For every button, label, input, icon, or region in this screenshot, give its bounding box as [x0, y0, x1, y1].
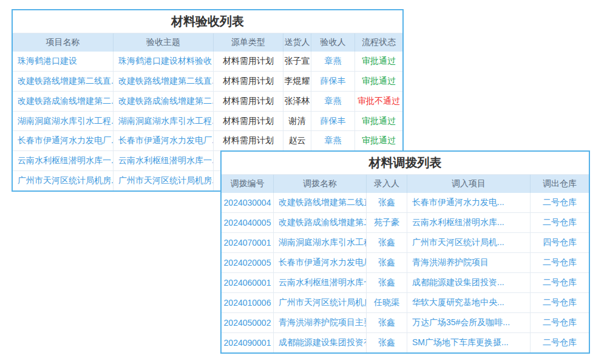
transfer-table-header-row: 调拨编号 调拨名称 录入人 调入项目 调出仓库	[222, 175, 589, 193]
cell-acceptance-subject[interactable]: 改建铁路成渝线增建第二...	[114, 92, 214, 111]
cell-project-name[interactable]: 珠海鹤港口建设	[13, 52, 114, 71]
cell-warehouse-out: 二号仓库	[531, 313, 589, 332]
cell-project-in: 华软大厦研究基地中央...	[407, 293, 531, 312]
col-header-deliverer: 送货人	[283, 33, 311, 52]
cell-project-in: 青海洪湖养护院项目	[407, 253, 531, 272]
cell-warehouse-out: 四号仓库	[531, 233, 589, 252]
cell-transfer-name[interactable]: 青海洪湖养护院项目主要材料...	[274, 313, 367, 332]
table-row[interactable]: 2024010006 广州市天河区统计局机房改造... 任晓渠 华软大厦研究基地…	[222, 292, 589, 312]
table-row[interactable]: 2024090001 成都能源建设集团投资有限公... 张鑫 SM广场地下车库更…	[222, 332, 589, 352]
table-row[interactable]: 2024040005 改建铁路成渝线增建第二直通... 苑子豪 云南水利枢纽潜明…	[222, 212, 589, 232]
table-row[interactable]: 改建铁路成渝线增建第二... 改建铁路成渝线增建第二... 材料需用计划 张泽林…	[13, 91, 402, 111]
table-row[interactable]: 2024020005 长春市伊通河水力发电厂改建... 张鑫 青海洪湖养护院项目…	[222, 252, 589, 272]
cell-deliverer: 张泽林	[283, 92, 311, 111]
cell-transfer-no[interactable]: 2024050002	[222, 313, 274, 332]
cell-project-in: 长春市伊通河水力发电...	[407, 193, 531, 212]
cell-project-name[interactable]: 改建铁路成渝线增建第二...	[13, 92, 114, 111]
cell-project-in: SM广场地下车库更换摄...	[407, 333, 531, 352]
col-header-acceptance-subject: 验收主题	[114, 33, 214, 52]
cell-transfer-name[interactable]: 广州市天河区统计局机房改造...	[274, 293, 367, 312]
cell-transfer-name[interactable]: 长春市伊通河水力发电厂改建...	[274, 253, 367, 272]
col-header-transfer-name: 调拨名称	[274, 175, 367, 193]
cell-source-type: 材料需用计划	[214, 112, 283, 131]
cell-acceptor[interactable]: 薛保丰	[311, 112, 355, 131]
cell-acceptance-subject[interactable]: 改建铁路线增建第二线直...	[114, 72, 214, 91]
cell-project-name[interactable]: 云南水利枢纽潜明水库一...	[13, 151, 114, 170]
cell-entered-by: 张鑫	[367, 313, 407, 332]
cell-source-type: 材料需用计划	[214, 131, 283, 150]
cell-transfer-name[interactable]: 成都能源建设集团投资有限公...	[274, 333, 367, 352]
cell-acceptance-subject[interactable]: 珠海鹤港口建设材料验收	[114, 52, 214, 71]
table-row[interactable]: 2024030004 改建铁路线增建第二线直通线... 张鑫 长春市伊通河水力发…	[222, 193, 589, 212]
cell-entered-by: 任晓渠	[367, 293, 407, 312]
transfer-table-panel: 材料调拨列表 调拨编号 调拨名称 录入人 调入项目 调出仓库 202403000…	[220, 150, 590, 354]
cell-transfer-name[interactable]: 云南水利枢纽潜明水库一期工...	[274, 273, 367, 292]
cell-source-type: 材料需用计划	[214, 52, 283, 71]
cell-acceptor[interactable]: 章燕	[311, 92, 355, 111]
transfer-table-body: 2024030004 改建铁路线增建第二线直通线... 张鑫 长春市伊通河水力发…	[222, 193, 589, 352]
cell-entered-by: 张鑫	[367, 233, 407, 252]
cell-transfer-no[interactable]: 2024010006	[222, 293, 274, 312]
table-row[interactable]: 珠海鹤港口建设 珠海鹤港口建设材料验收 材料需用计划 张子宣 章燕 审批通过	[13, 52, 402, 71]
cell-project-name[interactable]: 改建铁路线增建第二线直...	[13, 72, 114, 91]
cell-entered-by: 张鑫	[367, 273, 407, 292]
cell-acceptor[interactable]: 章燕	[311, 131, 355, 150]
cell-flow-status: 审批通过	[355, 131, 402, 150]
cell-acceptor[interactable]: 章燕	[311, 52, 355, 71]
cell-project-name[interactable]: 广州市天河区统计局机房...	[13, 171, 114, 190]
cell-acceptance-subject[interactable]: 广州市天河区统计局机房...	[114, 171, 214, 190]
cell-entered-by: 张鑫	[367, 253, 407, 272]
cell-project-in: 成都能源建设集团投资...	[407, 273, 531, 292]
cell-transfer-no[interactable]: 2024030004	[222, 193, 274, 212]
cell-flow-status: 审批通过	[355, 52, 402, 71]
cell-acceptance-subject[interactable]: 湖南洞庭湖水库引水工程...	[114, 112, 214, 131]
cell-acceptance-subject[interactable]: 云南水利枢纽潜明水库一...	[114, 151, 214, 170]
cell-transfer-name[interactable]: 湖南洞庭湖水库引水工程施工...	[274, 233, 367, 252]
col-header-source-type: 源单类型	[214, 33, 283, 52]
cell-flow-status: 审批通过	[355, 72, 402, 91]
cell-warehouse-out: 二号仓库	[531, 253, 589, 272]
cell-project-in: 云南水利枢纽潜明水库...	[407, 213, 531, 232]
cell-project-in: 万达广场35#会所及咖啡...	[407, 313, 531, 332]
table-row[interactable]: 湖南洞庭湖水库引水工程... 湖南洞庭湖水库引水工程... 材料需用计划 谢清 …	[13, 111, 402, 131]
cell-deliverer: 张子宣	[283, 52, 311, 71]
cell-project-name[interactable]: 长春市伊通河水力发电厂...	[13, 131, 114, 150]
col-header-project-name: 项目名称	[13, 33, 114, 52]
cell-deliverer: 李焜耀	[283, 72, 311, 91]
cell-transfer-no[interactable]: 2024020005	[222, 253, 274, 272]
cell-warehouse-out: 二号仓库	[531, 293, 589, 312]
cell-entered-by: 苑子豪	[367, 213, 407, 232]
table-row[interactable]: 2024060001 云南水利枢纽潜明水库一期工... 张鑫 成都能源建设集团投…	[222, 272, 589, 292]
cell-acceptor[interactable]: 薛保丰	[311, 72, 355, 91]
table-row[interactable]: 2024050002 青海洪湖养护院项目主要材料... 张鑫 万达广场35#会所…	[222, 312, 589, 332]
col-header-project-in: 调入项目	[407, 175, 531, 193]
acceptance-table-header-row: 项目名称 验收主题 源单类型 送货人 验收人 流程状态	[13, 33, 402, 52]
cell-transfer-name[interactable]: 改建铁路线增建第二线直通线...	[274, 193, 367, 212]
cell-project-in: 广州市天河区统计局机...	[407, 233, 531, 252]
cell-warehouse-out: 二号仓库	[531, 193, 589, 212]
col-header-flow-status: 流程状态	[355, 33, 402, 52]
cell-deliverer: 谢清	[283, 112, 311, 131]
cell-source-type: 材料需用计划	[214, 72, 283, 91]
col-header-warehouse-out: 调出仓库	[531, 175, 589, 193]
cell-transfer-no[interactable]: 2024070001	[222, 233, 274, 252]
cell-acceptance-subject[interactable]: 长春市伊通河水力发电厂...	[114, 131, 214, 150]
cell-warehouse-out: 二号仓库	[531, 333, 589, 352]
col-header-acceptor: 验收人	[311, 33, 355, 52]
cell-warehouse-out: 二号仓库	[531, 273, 589, 292]
table-row[interactable]: 2024070001 湖南洞庭湖水库引水工程施工... 张鑫 广州市天河区统计局…	[222, 232, 589, 252]
cell-deliverer: 赵云	[283, 131, 311, 150]
table-row[interactable]: 改建铁路线增建第二线直... 改建铁路线增建第二线直... 材料需用计划 李焜耀…	[13, 71, 402, 91]
acceptance-table-title: 材料验收列表	[13, 10, 402, 33]
col-header-transfer-no: 调拨编号	[222, 175, 274, 193]
cell-warehouse-out: 二号仓库	[531, 213, 589, 232]
cell-transfer-no[interactable]: 2024040005	[222, 213, 274, 232]
cell-source-type: 材料需用计划	[214, 92, 283, 111]
transfer-table-title: 材料调拨列表	[222, 152, 589, 175]
cell-transfer-name[interactable]: 改建铁路成渝线增建第二直通...	[274, 213, 367, 232]
table-row[interactable]: 长春市伊通河水力发电厂... 长春市伊通河水力发电厂... 材料需用计划 赵云 …	[13, 130, 402, 150]
cell-transfer-no[interactable]: 2024060001	[222, 273, 274, 292]
cell-project-name[interactable]: 湖南洞庭湖水库引水工程...	[13, 112, 114, 131]
cell-flow-status: 审批不通过	[355, 92, 402, 111]
cell-transfer-no[interactable]: 2024090001	[222, 333, 274, 352]
